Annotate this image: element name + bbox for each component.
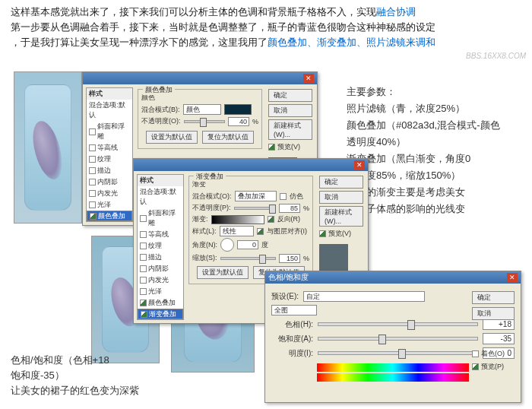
angle-input[interactable]: 0 bbox=[237, 240, 258, 249]
list-item[interactable]: 纹理 bbox=[138, 240, 183, 252]
angle-dial[interactable] bbox=[220, 238, 234, 252]
opacity-slider[interactable] bbox=[184, 120, 225, 123]
list-item[interactable]: 斜面和浮雕 bbox=[87, 121, 132, 142]
list-item[interactable]: 等高线 bbox=[87, 142, 132, 154]
ok-button[interactable]: 确定 bbox=[472, 291, 515, 304]
opacity-slider[interactable] bbox=[234, 207, 276, 210]
cancel-button[interactable]: 取消 bbox=[268, 104, 312, 117]
list-item[interactable]: 纹理 bbox=[87, 154, 132, 165]
list-item[interactable]: 斜面和浮雕 bbox=[138, 208, 183, 229]
close-icon[interactable]: ✕ bbox=[303, 74, 314, 83]
list-item[interactable]: 混合选项:默认 bbox=[138, 186, 183, 208]
styles-list[interactable]: 样式 混合选项:默认 斜面和浮雕 等高线 纹理 描边 内阴影 内发光 光泽 颜色… bbox=[137, 174, 184, 320]
new-style-button[interactable]: 新建样式(W)... bbox=[319, 206, 363, 227]
list-item[interactable]: 内发光 bbox=[87, 188, 132, 199]
dialog-hue-saturation: 色相/饱和度✕ 预设(E):自定 全图 色相(H):+18 饱和度(A):-35… bbox=[264, 271, 521, 403]
preset-select[interactable]: 自定 bbox=[303, 291, 425, 302]
bottom-caption: 色相/饱和度（色相+18 饱和度-35） 让美女的裙子的红色变为深紫 bbox=[11, 353, 139, 398]
align-checkbox[interactable] bbox=[257, 228, 264, 235]
set-default-button[interactable]: 设置为默认值 bbox=[197, 266, 249, 279]
parameters-block: 主要参数： 照片滤镜（青，浓度25%） 颜色叠加（#082a3d,混合模式-颜色… bbox=[347, 84, 521, 234]
dialog-titlebar[interactable]: 色相/饱和度✕ bbox=[265, 271, 521, 284]
list-item[interactable]: 内发光 bbox=[138, 274, 183, 286]
list-item[interactable]: 描边 bbox=[138, 252, 183, 263]
colorize-checkbox[interactable] bbox=[472, 350, 479, 357]
dither-checkbox[interactable] bbox=[280, 193, 287, 200]
blend-mode-select[interactable]: 叠加加深 bbox=[235, 191, 277, 201]
preview-checkbox[interactable] bbox=[319, 230, 326, 237]
cancel-button[interactable]: 取消 bbox=[319, 191, 363, 204]
set-default-button[interactable]: 设置为默认值 bbox=[146, 131, 198, 144]
ok-button[interactable]: 确定 bbox=[319, 176, 363, 189]
list-item[interactable]: 描边 bbox=[87, 165, 132, 176]
list-item[interactable]: 内阴影 bbox=[138, 263, 183, 274]
close-icon[interactable]: ✕ bbox=[507, 273, 518, 282]
preview-swatch bbox=[319, 244, 348, 273]
styles-list[interactable]: 样式 混合选项:默认 斜面和浮雕 等高线 纹理 描边 内阴影 内发光 光泽 颜色… bbox=[86, 87, 133, 222]
hue-slider[interactable] bbox=[318, 322, 478, 326]
list-item-selected[interactable]: 颜色叠加 bbox=[87, 211, 132, 221]
list-item[interactable]: 等高线 bbox=[138, 229, 183, 240]
reverse-checkbox[interactable] bbox=[268, 216, 274, 223]
list-item-selected[interactable]: 渐变叠加 bbox=[138, 309, 183, 319]
new-style-button[interactable]: 新建样式(W)... bbox=[268, 119, 312, 140]
preview-image-1 bbox=[14, 71, 82, 224]
reset-default-button[interactable]: 复位为默认值 bbox=[202, 131, 254, 144]
opacity-input[interactable]: 85 bbox=[279, 204, 300, 213]
watermark: BBS.16XX8.COM bbox=[466, 52, 526, 60]
preview-checkbox[interactable] bbox=[268, 144, 275, 151]
range-select[interactable]: 全图 bbox=[271, 305, 317, 315]
color-strip-after bbox=[317, 373, 469, 382]
ok-button[interactable]: 确定 bbox=[268, 89, 312, 102]
intro-text: 这样基本感觉就出来了，接下来我们可以分析主体的色调和背景瓶子格格不入，实现融合协… bbox=[0, 0, 532, 53]
lightness-slider[interactable] bbox=[318, 351, 478, 355]
gradient-picker[interactable] bbox=[211, 215, 264, 224]
scale-input[interactable]: 150 bbox=[279, 254, 300, 263]
list-item[interactable]: 光泽 bbox=[87, 199, 132, 211]
color-strip-before bbox=[317, 363, 469, 372]
style-select[interactable]: 线性 bbox=[220, 226, 254, 236]
scale-slider[interactable] bbox=[220, 257, 276, 260]
saturation-slider[interactable] bbox=[318, 337, 478, 341]
blend-mode-select[interactable]: 颜色 bbox=[183, 104, 221, 115]
dialog-titlebar[interactable]: ✕ bbox=[134, 159, 368, 171]
color-swatch[interactable] bbox=[224, 104, 252, 115]
dialog-titlebar[interactable]: ✕ bbox=[83, 72, 317, 84]
opacity-input[interactable]: 40 bbox=[228, 117, 249, 126]
cancel-button[interactable]: 取消 bbox=[472, 307, 515, 320]
list-item[interactable]: 内阴影 bbox=[87, 176, 132, 188]
list-item[interactable]: 颜色叠加 bbox=[138, 297, 183, 309]
list-item[interactable]: 混合选项:默认 bbox=[87, 100, 132, 121]
preview-checkbox[interactable] bbox=[472, 363, 479, 370]
close-icon[interactable]: ✕ bbox=[354, 160, 365, 170]
list-item[interactable]: 光泽 bbox=[138, 286, 183, 297]
